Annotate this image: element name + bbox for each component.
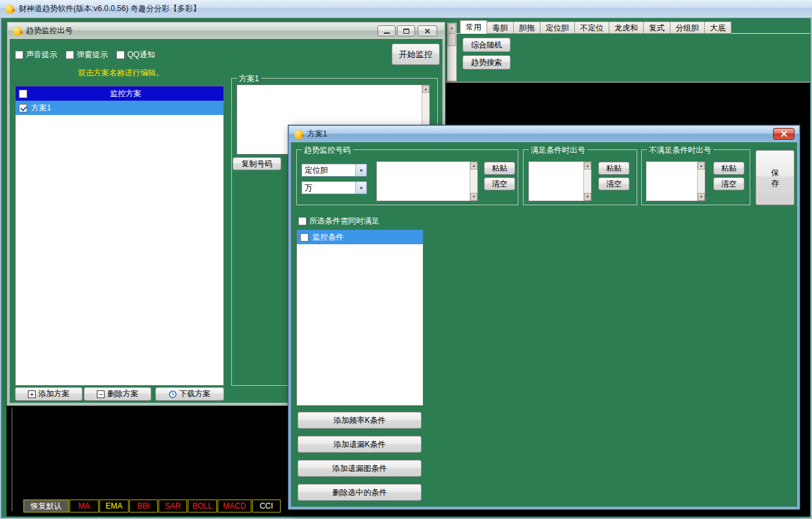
plan-dialog: 方案1 趋势监控号码 定位胆 ▼ 万 ▼ ▲ ▼ 粘贴 清空 — [288, 125, 800, 510]
plan-list: 监控方案 方案1 — [15, 86, 224, 386]
scroll-down-button[interactable]: ▼ — [698, 193, 705, 201]
edit-hint-text: 双击方案名称进行编辑。 — [15, 68, 227, 78]
tab-fushi[interactable]: 复式 — [644, 21, 670, 34]
numbers-group-label: 趋势监控号码 — [302, 145, 353, 156]
popup-alert-label: 弹窗提示 — [77, 49, 108, 60]
indicator-macd-button[interactable]: MACD — [218, 500, 251, 513]
paste-button[interactable]: 粘贴 — [484, 162, 515, 175]
indicator-restore-button[interactable]: 恢复默认 — [23, 500, 69, 513]
tab-longhuhe[interactable]: 龙虎和 — [609, 21, 644, 34]
paste-button[interactable]: 粘贴 — [713, 162, 744, 175]
popup-alert-checkbox[interactable] — [66, 51, 74, 59]
nomatch-output-group-label: 不满足条件时出号 — [647, 145, 713, 156]
vertical-scrollbar[interactable]: ▲ ▼ — [583, 162, 591, 201]
maximize-icon — [403, 29, 409, 34]
position-combo[interactable]: 万 ▼ — [301, 181, 367, 194]
all-conditions-checkbox[interactable] — [298, 217, 307, 225]
indicator-bbi-button[interactable]: BBI — [129, 500, 158, 513]
indicator-bar: 恢复默认 MA EMA BBI SAR BOLL MACD CCI — [23, 500, 281, 513]
maximize-button[interactable] — [397, 25, 415, 36]
indicator-ma-button[interactable]: MA — [70, 500, 99, 513]
vertical-scrollbar[interactable]: ▲ ▼ — [470, 162, 477, 201]
plan-preview-group-label: 方案1 — [237, 73, 261, 84]
minimize-button[interactable] — [377, 25, 396, 36]
close-button[interactable] — [773, 128, 794, 140]
sound-alert-checkbox[interactable] — [15, 51, 23, 59]
mode-tabs: 常用 毒胆 胆拖 定位胆 不定位 龙虎和 复式 分组胆 大底 — [460, 20, 731, 34]
clear-button[interactable]: 清空 — [598, 177, 629, 190]
tab-budingwei[interactable]: 不定位 — [575, 21, 609, 34]
plan-list-item[interactable]: 方案1 — [16, 101, 223, 115]
add-omission-chart-condition-button[interactable]: 添加遗漏图条件 — [298, 460, 422, 477]
main-window-title: 财神道趋势软件(版本:v6.0.0.56) 奇趣分分彩【多彩】 — [19, 3, 201, 14]
nomatch-numbers-textarea[interactable]: ▲ ▼ — [646, 161, 705, 201]
add-plan-label: 添加方案 — [38, 388, 70, 399]
dialog-body: 趋势监控号码 定位胆 ▼ 万 ▼ ▲ ▼ 粘贴 清空 满足条件时出号 — [291, 142, 797, 507]
save-button[interactable]: 保存 — [755, 150, 794, 205]
vertical-scrollbar[interactable]: ▲ ▼ — [697, 162, 705, 201]
tab-common[interactable]: 常用 — [460, 20, 487, 34]
sound-alert-option: 声音提示 — [15, 49, 57, 60]
random-combo-button[interactable]: 综合随机 — [463, 38, 511, 52]
delete-condition-button[interactable]: 删除选中的条件 — [298, 484, 422, 501]
select-all-plans-checkbox[interactable] — [19, 90, 27, 98]
paste-button[interactable]: 粘贴 — [598, 162, 629, 175]
plan-list-header: 监控方案 — [16, 86, 223, 101]
main-titlebar: 财神道趋势软件(版本:v6.0.0.56) 奇趣分分彩【多彩】 — [0, 0, 812, 18]
scroll-up-button[interactable]: ▲ — [448, 23, 456, 32]
scroll-down-button[interactable]: ▼ — [470, 193, 477, 201]
add-omission-condition-button[interactable]: 添加遗漏K条件 — [298, 436, 422, 453]
clear-button[interactable]: 清空 — [713, 177, 744, 190]
indicator-ema-button[interactable]: EMA — [99, 500, 129, 513]
tab-dantuo[interactable]: 胆拖 — [514, 21, 540, 34]
vertical-scrollbar[interactable]: ▲ — [447, 23, 457, 81]
app-window: 财神道趋势软件(版本:v6.0.0.56) 奇趣分分彩【多彩】 恢复默认 MA … — [0, 0, 812, 519]
delete-plan-button[interactable]: − 删除方案 — [84, 387, 151, 401]
download-plan-label: 下载方案 — [179, 388, 210, 399]
download-plan-button[interactable]: 下载方案 — [155, 387, 224, 401]
dialog-title: 方案1 — [307, 129, 327, 140]
indicator-cci-button[interactable]: CCI — [252, 500, 281, 513]
scroll-up-button[interactable]: ▲ — [470, 162, 477, 170]
add-frequency-condition-button[interactable]: 添加频率K条件 — [298, 412, 422, 429]
scroll-down-button[interactable]: ▼ — [584, 193, 591, 201]
chevron-down-icon: ▼ — [355, 164, 366, 176]
close-icon — [781, 131, 787, 137]
qq-notify-option: QQ通知 — [116, 49, 155, 60]
tab-dadi[interactable]: 大底 — [705, 21, 731, 34]
scroll-up-button[interactable]: ▲ — [584, 162, 591, 170]
sound-alert-label: 声音提示 — [26, 49, 57, 60]
minimize-icon — [384, 32, 390, 34]
trend-search-button[interactable]: 趋势搜索 — [463, 55, 511, 70]
number-type-combo[interactable]: 定位胆 ▼ — [301, 164, 367, 177]
plan-checkbox[interactable] — [19, 104, 27, 112]
scroll-up-button[interactable]: ▲ — [698, 162, 705, 170]
scroll-up-button[interactable]: ▲ — [422, 85, 429, 93]
numbers-textarea[interactable]: ▲ ▼ — [376, 161, 478, 201]
qq-notify-checkbox[interactable] — [116, 51, 125, 59]
popup-alert-option: 弹窗提示 — [66, 49, 108, 60]
minus-icon: − — [97, 390, 105, 398]
conditions-list: 监控条件 — [296, 229, 424, 406]
app-icon — [5, 5, 14, 14]
indicator-boll-button[interactable]: BOLL — [188, 500, 217, 513]
close-button[interactable] — [418, 25, 437, 36]
select-all-conditions-checkbox[interactable] — [300, 233, 309, 242]
all-conditions-label: 所选条件需同时满足 — [309, 216, 379, 227]
match-numbers-textarea[interactable]: ▲ ▼ — [528, 161, 592, 201]
plan-list-header-label: 监控方案 — [31, 88, 220, 99]
plus-icon: + — [28, 390, 36, 398]
scrollbar-thumb[interactable] — [448, 33, 456, 46]
tab-dingweidan[interactable]: 定位胆 — [540, 21, 575, 34]
conditions-header-label: 监控条件 — [312, 232, 344, 243]
all-conditions-option: 所选条件需同时满足 — [298, 216, 379, 227]
add-plan-button[interactable]: + 添加方案 — [15, 387, 82, 401]
chart-border-line — [12, 407, 12, 511]
tab-fenzudan[interactable]: 分组胆 — [670, 21, 705, 34]
start-monitor-button[interactable]: 开始监控 — [392, 44, 440, 65]
indicator-sar-button[interactable]: SAR — [159, 500, 187, 513]
clear-button[interactable]: 清空 — [484, 177, 515, 190]
app-icon — [13, 27, 22, 36]
copy-numbers-button[interactable]: 复制号码 — [233, 157, 281, 170]
tab-dudan[interactable]: 毒胆 — [487, 21, 514, 34]
